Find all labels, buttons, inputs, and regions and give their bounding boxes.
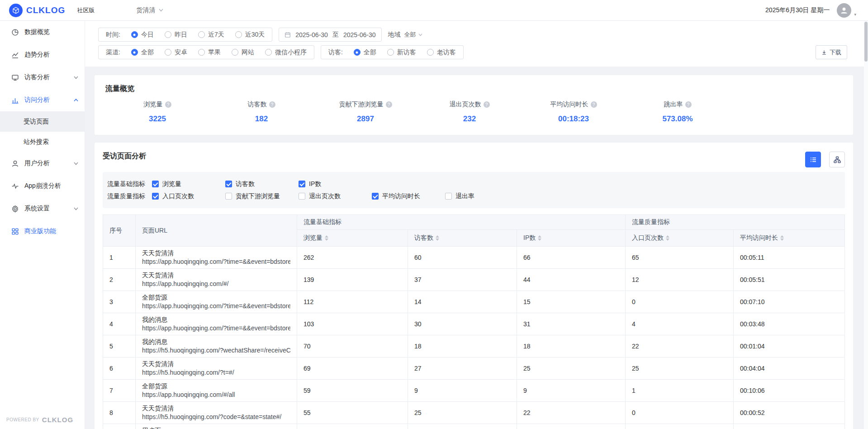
- metric-label: 跳出率: [664, 100, 683, 109]
- column-label: 访客数: [414, 234, 433, 242]
- date-range-picker[interactable]: 2025-06-30 至 2025-06-30: [279, 28, 381, 42]
- time-option-last30days[interactable]: 近30天: [235, 31, 265, 39]
- sidebar-item-app-crash-analysis[interactable]: App崩溃分析: [0, 175, 85, 197]
- sidebar-item-visitor-analysis[interactable]: 访客分析: [0, 66, 85, 89]
- user-avatar[interactable]: [837, 3, 851, 18]
- cell-entry: 0: [626, 291, 734, 313]
- brand-logo: CLKLOG: [0, 4, 65, 17]
- sort-control[interactable]: [780, 235, 784, 241]
- chevron-down-icon: [159, 9, 163, 12]
- page-url: https://app.huoqingqing.com/?time=&&even…: [142, 324, 290, 333]
- sidebar-subitem-visited-pages[interactable]: 受访页面: [0, 111, 85, 132]
- checkbox-avg-duration[interactable]: 平均访问时长: [372, 192, 445, 200]
- cell-visitors: 14: [408, 291, 517, 313]
- person-icon: [840, 6, 848, 14]
- column-label: 平均访问时长: [740, 234, 778, 242]
- checkbox-pageviews[interactable]: 浏览量: [152, 180, 225, 188]
- page-url: https://h5.huoqingqing.com/?t=#/: [142, 368, 290, 377]
- page-title: 全部货源: [142, 293, 290, 302]
- visitor-option-all[interactable]: 全部: [354, 48, 376, 57]
- download-button[interactable]: 下载: [816, 45, 847, 59]
- column-label: IP数: [523, 234, 536, 242]
- cell-entry: 12: [626, 269, 734, 291]
- cell-visitors: 9: [408, 380, 517, 402]
- cell-duration: 00:05:11: [734, 247, 845, 269]
- cell-index: 9: [103, 424, 136, 429]
- avatar-caret-icon[interactable]: ▾: [854, 12, 856, 18]
- metric-bounce-rate: 跳出率 573.08%: [626, 100, 730, 124]
- cell-pageviews: 69: [297, 358, 408, 380]
- table-row: 3 全部货源https://app.huoqingqing.com/?time=…: [103, 291, 845, 313]
- visitor-option-returning[interactable]: 老访客: [427, 48, 456, 57]
- filter-bar: 时间: 今日 昨日 近7天 近30天 2025-06-30 至 2025-06-…: [85, 21, 868, 67]
- page-scrollbar[interactable]: [864, 21, 868, 429]
- channel-option-apple[interactable]: 苹果: [198, 48, 221, 57]
- sidebar-item-data-overview[interactable]: 数据概览: [0, 21, 85, 43]
- quality-metrics-row: 流量质量指标 入口页次数 贡献下游浏览量 退出页次数 平均访问时长 退出率: [107, 190, 840, 202]
- checkbox-exit-pages[interactable]: 退出页次数: [299, 192, 372, 200]
- list-view-button[interactable]: [805, 152, 821, 167]
- channel-option-website[interactable]: 网站: [232, 48, 254, 57]
- radio-selected-icon: [131, 31, 138, 38]
- view-toggles: [805, 152, 845, 167]
- table-row: 6 天天货清清https://h5.huoqingqing.com/?t=#/ …: [103, 358, 845, 380]
- column-header-index: 序号: [103, 215, 136, 247]
- column-label: 浏览量: [304, 234, 323, 242]
- powered-by-logo: CLKLOG: [42, 416, 73, 424]
- sidebar-subitem-label: 站外搜索: [24, 138, 49, 146]
- cell-entry: 0: [626, 424, 734, 429]
- cell-page: 天天货清清https://app.huoqingqing.com/?time=&…: [136, 247, 297, 269]
- time-option-last7days[interactable]: 近7天: [198, 31, 224, 39]
- metric-value: 232: [417, 114, 522, 124]
- chevron-down-icon: [74, 76, 78, 79]
- sidebar-item-commercial-features[interactable]: 商业版功能: [0, 220, 85, 243]
- checkbox-ip-count[interactable]: IP数: [299, 180, 372, 188]
- column-header-entry-pages: 入口页次数: [626, 230, 734, 247]
- filter-row-time: 时间: 今日 昨日 近7天 近30天 2025-06-30 至 2025-06-…: [98, 28, 847, 42]
- cell-ip: 18: [517, 335, 626, 358]
- checkbox-visitors[interactable]: 访客数: [225, 180, 299, 188]
- region-filter-group: 地域 全部: [388, 31, 422, 39]
- sidebar-item-user-analysis[interactable]: 用户分析: [0, 152, 85, 175]
- checkbox-entry-pages[interactable]: 入口页次数: [152, 192, 225, 200]
- sidebar-item-visit-analysis[interactable]: 访问分析: [0, 89, 85, 111]
- checkbox-downstream-pageviews[interactable]: 贡献下游浏览量: [225, 192, 299, 200]
- calendar-icon: [285, 32, 291, 38]
- radio-icon: [232, 49, 238, 56]
- sidebar-subitem-offsite-search[interactable]: 站外搜索: [0, 132, 85, 152]
- cell-visitors: 60: [408, 247, 517, 269]
- metric-value: 573.08%: [626, 114, 730, 124]
- project-select[interactable]: 货清清: [136, 6, 163, 14]
- checkbox-bounce-rate[interactable]: 退出率: [445, 192, 518, 200]
- sidebar-item-system-settings[interactable]: 系统设置: [0, 197, 85, 220]
- sidebar-item-trend-analysis[interactable]: 趋势分析: [0, 43, 85, 66]
- powered-by-label: POWERED BY: [6, 417, 39, 422]
- radio-icon: [265, 49, 272, 56]
- cell-duration: 00:03:31: [734, 424, 845, 429]
- cell-pageviews: 103: [297, 313, 408, 335]
- cell-visitors: 25: [408, 402, 517, 424]
- tree-view-button[interactable]: [829, 152, 845, 167]
- sort-control[interactable]: [325, 235, 328, 241]
- time-option-yesterday[interactable]: 昨日: [165, 31, 187, 39]
- radio-label: 近30天: [245, 31, 265, 39]
- sort-control[interactable]: [538, 235, 541, 241]
- channel-option-wechat-miniprogram[interactable]: 微信小程序: [265, 48, 307, 57]
- time-option-today[interactable]: 今日: [131, 31, 154, 39]
- visitor-option-new[interactable]: 新访客: [387, 48, 416, 57]
- region-select[interactable]: 全部: [404, 31, 422, 39]
- radio-icon: [165, 49, 171, 56]
- column-header-pageviews: 浏览量: [297, 230, 408, 247]
- scrollbar-thumb[interactable]: [864, 22, 868, 62]
- cell-ip: 44: [517, 269, 626, 291]
- radio-icon: [387, 49, 394, 56]
- chevron-down-icon: [418, 33, 422, 36]
- metric-downstream-pageviews: 贡献下游浏览量 2897: [313, 100, 417, 124]
- sort-control[interactable]: [666, 235, 669, 241]
- channel-option-android[interactable]: 安卓: [165, 48, 187, 57]
- channel-option-all[interactable]: 全部: [131, 48, 154, 57]
- checkbox-unchecked-icon: [225, 193, 232, 200]
- top-header: CLKLOG 社区版 货清清 2025年6月30日 星期一 ▾: [0, 0, 868, 21]
- sort-control[interactable]: [436, 235, 439, 241]
- cell-pageviews: 50: [297, 424, 408, 429]
